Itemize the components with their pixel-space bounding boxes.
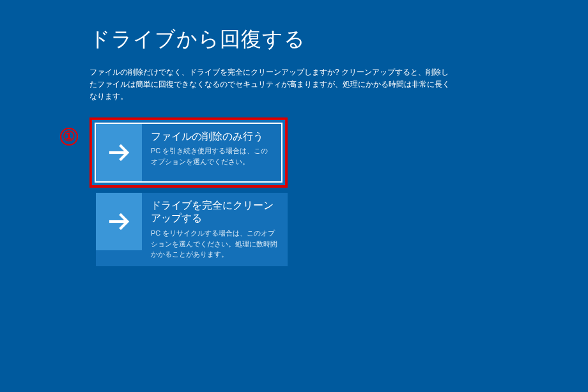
option-remove-files-only[interactable]: ファイルの削除のみ行う PC を引き続き使用する場合は、このオプションを選んでく…: [89, 117, 288, 188]
option-title: ファイルの削除のみ行う: [151, 130, 274, 144]
arrow-right-icon: [96, 193, 142, 250]
arrow-right-icon: [96, 124, 142, 181]
option-description: PC を引き続き使用する場合は、このオプションを選んでください。: [151, 146, 274, 167]
option-content: ドライブを完全にクリーンアップする PC をリサイクルする場合は、このオプション…: [142, 193, 288, 266]
page-title: ドライブから回復する: [89, 26, 588, 54]
option-fully-clean-drive[interactable]: ドライブを完全にクリーンアップする PC をリサイクルする場合は、このオプション…: [96, 193, 288, 266]
option-description: PC をリサイクルする場合は、このオプションを選んでください。処理に数時間かかる…: [151, 228, 280, 260]
annotation-marker-1: ①: [60, 128, 78, 146]
recovery-screen: ドライブから回復する ファイルの削除だけでなく、ドライブを完全にクリーンアップし…: [0, 0, 588, 266]
option-title: ドライブを完全にクリーンアップする: [151, 199, 280, 226]
page-description: ファイルの削除だけでなく、ドライブを完全にクリーンアップしますか? クリーンアッ…: [89, 66, 454, 103]
option-content: ファイルの削除のみ行う PC を引き続き使用する場合は、このオプションを選んでく…: [142, 124, 281, 181]
